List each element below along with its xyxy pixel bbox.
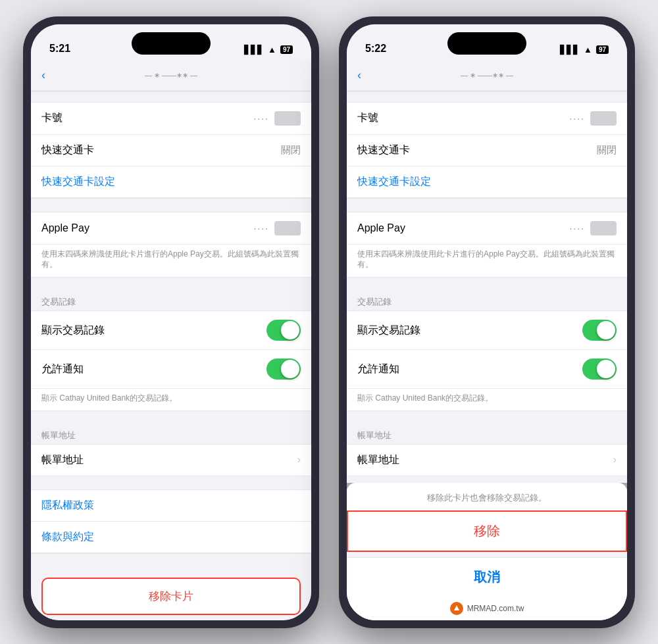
apple-pay-dots: ···· [253, 223, 269, 234]
action-sheet: 移除此卡片也會移除交易記錄。 移除 取消 MRMAD.com.tw [347, 483, 627, 620]
back-button-right[interactable]: ‹ [357, 68, 361, 82]
transaction-header-left: 交易記錄 [31, 291, 311, 310]
back-button-left[interactable]: ‹ [41, 68, 45, 82]
apple-pay-title-right: Apple Pay [357, 222, 405, 234]
phone-left: 5:21 ▋▋▋ ▲ 97 ‹ — ∗ ——∗∗ — 卡號 [23, 16, 319, 628]
card-section-right: 卡號 ···· 快速交通卡 關閉 快速交通卡設定 [347, 102, 627, 199]
remove-section-left: 移除卡片 [31, 567, 311, 620]
card-number-label-right: 卡號 [357, 111, 378, 125]
apple-pay-description-left: 使用末四碼來辨識使用此卡片進行的Apple Pay交易。此組號碼為此裝置獨有。 [31, 245, 311, 278]
billing-address-label-right: 帳單地址 [357, 453, 399, 467]
transit-value: 關閉 [281, 144, 301, 157]
transit-link-right[interactable]: 快速交通卡設定 [347, 166, 627, 198]
nav-bar-right: ‹ — ∗ ——∗∗ — [347, 60, 627, 91]
transaction-label-left: 交易記錄 [31, 291, 311, 310]
nav-bar-left: ‹ — ∗ ——∗∗ — [31, 60, 311, 91]
card-number-value-right: ···· [569, 111, 617, 126]
watermark-logo [450, 602, 463, 615]
show-transaction-toggle-right[interactable] [582, 320, 617, 341]
watermark-area: MRMAD.com.tw [347, 597, 627, 620]
phone-screen-left: 5:21 ▋▋▋ ▲ 97 ‹ — ∗ ——∗∗ — 卡號 [31, 24, 311, 620]
scroll-content-right: 卡號 ···· 快速交通卡 關閉 快速交通卡設定 Apple Pay ···· [347, 91, 627, 620]
transaction-section-right: 顯示交易記錄 允許通知 顯示 Cathay United Bank的交易記錄。 [347, 310, 627, 411]
dynamic-island-left [132, 32, 211, 55]
signal-icon-right: ▋▋▋ [560, 45, 580, 55]
billing-section-left: 帳單地址 › [31, 444, 311, 476]
apple-pay-value-right: ···· [569, 221, 617, 235]
transaction-label-right: 交易記錄 [347, 291, 627, 310]
card-section-left: 卡號 ···· 快速交通卡 關閉 快速交通卡設定 [31, 102, 311, 199]
apple-pay-dots-right: ···· [569, 223, 585, 234]
show-transaction-toggle[interactable] [266, 320, 301, 341]
chevron-left-icon: ‹ [41, 68, 45, 82]
card-dots: ···· [253, 113, 269, 124]
apple-pay-pill-right [590, 221, 617, 235]
allow-notify-row-right: 允許通知 [347, 350, 627, 389]
apple-pay-row: Apple Pay ···· [31, 212, 311, 245]
nav-subtitle-right: — ∗ ——∗∗ — [461, 71, 513, 80]
chevron-right-icon-right: › [613, 454, 617, 466]
transit-link[interactable]: 快速交通卡設定 [31, 166, 311, 198]
privacy-link[interactable]: 隱私權政策 [31, 490, 311, 522]
billing-address-row[interactable]: 帳單地址 › [31, 445, 311, 476]
allow-notify-toggle-right[interactable] [582, 359, 617, 380]
card-number-value: ···· [253, 111, 301, 126]
transit-label-right: 快速交通卡 [357, 143, 410, 157]
apple-pay-row-right: Apple Pay ···· [347, 212, 627, 245]
phone-screen-right: 5:22 ▋▋▋ ▲ 97 ‹ — ∗ ——∗∗ — 卡號 [347, 24, 627, 620]
nav-title-right: — ∗ ——∗∗ — [461, 71, 513, 80]
transit-label: 快速交通卡 [41, 143, 94, 157]
show-transaction-row-right: 顯示交易記錄 [347, 311, 627, 350]
allow-notify-label: 允許通知 [41, 362, 84, 376]
show-transaction-label: 顯示交易記錄 [41, 324, 105, 337]
nav-title-left: — ∗ ——∗∗ — [145, 71, 197, 80]
apple-pay-value: ···· [253, 221, 301, 235]
time-left: 5:21 [49, 43, 70, 55]
cancel-button[interactable]: 取消 [347, 557, 627, 597]
battery-left: 97 [280, 45, 293, 54]
dynamic-island-right [447, 32, 526, 55]
action-sheet-message: 移除此卡片也會移除交易記錄。 [347, 483, 627, 510]
billing-address-row-right[interactable]: 帳單地址 › [347, 445, 627, 476]
wifi-icon-right: ▲ [584, 45, 592, 55]
billing-section-right: 帳單地址 › [347, 444, 627, 476]
chevron-right-icon: › [297, 454, 301, 466]
apple-pay-pill [274, 221, 301, 235]
card-pill-right [590, 111, 617, 126]
card-number-label: 卡號 [41, 111, 63, 125]
show-transaction-row: 顯示交易記錄 [31, 311, 311, 350]
allow-notify-toggle[interactable] [266, 359, 301, 380]
billing-header-right: 帳單地址 [347, 424, 627, 444]
battery-right: 97 [596, 45, 609, 54]
billing-address-label: 帳單地址 [41, 453, 84, 467]
transaction-header-right: 交易記錄 [347, 291, 627, 310]
time-right: 5:22 [365, 43, 386, 55]
billing-label-left: 帳單地址 [31, 424, 311, 444]
cancel-label: 取消 [474, 570, 500, 584]
transaction-footer-left: 顯示 Cathay United Bank的交易記錄。 [31, 389, 311, 410]
wifi-icon: ▲ [268, 45, 276, 55]
action-sheet-overlay: 移除此卡片也會移除交易記錄。 移除 取消 MRMAD.com.tw [347, 483, 627, 620]
card-pill [274, 111, 301, 126]
scroll-content-left[interactable]: 卡號 ···· 快速交通卡 關閉 快速交通卡設定 Apple Pay [31, 91, 311, 620]
billing-header-left: 帳單地址 [31, 424, 311, 444]
card-dots-right: ···· [569, 113, 585, 124]
apple-pay-section-right: Apple Pay ···· 使用末四碼來辨識使用此卡片進行的Apple Pay… [347, 212, 627, 278]
remove-card-button[interactable]: 移除卡片 [41, 578, 301, 615]
apple-pay-section-left: Apple Pay ···· 使用末四碼來辨識使用此卡片進行的Apple Pay… [31, 212, 311, 278]
transit-row: 快速交通卡 關閉 [31, 135, 311, 166]
show-transaction-label-right: 顯示交易記錄 [357, 324, 420, 337]
transit-value-right: 關閉 [597, 144, 617, 157]
chevron-left-icon-right: ‹ [357, 68, 361, 82]
terms-link[interactable]: 條款與約定 [31, 522, 311, 553]
allow-notify-label-right: 允許通知 [357, 362, 399, 376]
card-number-row-right: 卡號 ···· [347, 103, 627, 135]
watermark-text: MRMAD.com.tw [467, 604, 524, 613]
remove-confirm-button[interactable]: 移除 [347, 510, 627, 552]
card-number-row: 卡號 ···· [31, 103, 311, 135]
transaction-footer-right: 顯示 Cathay United Bank的交易記錄。 [347, 389, 627, 410]
signal-icon: ▋▋▋ [244, 45, 264, 55]
allow-notify-row: 允許通知 [31, 350, 311, 389]
phone-right: 5:22 ▋▋▋ ▲ 97 ‹ — ∗ ——∗∗ — 卡號 [339, 16, 635, 628]
transaction-section-left: 顯示交易記錄 允許通知 顯示 Cathay United Bank的交易記錄。 [31, 310, 311, 411]
